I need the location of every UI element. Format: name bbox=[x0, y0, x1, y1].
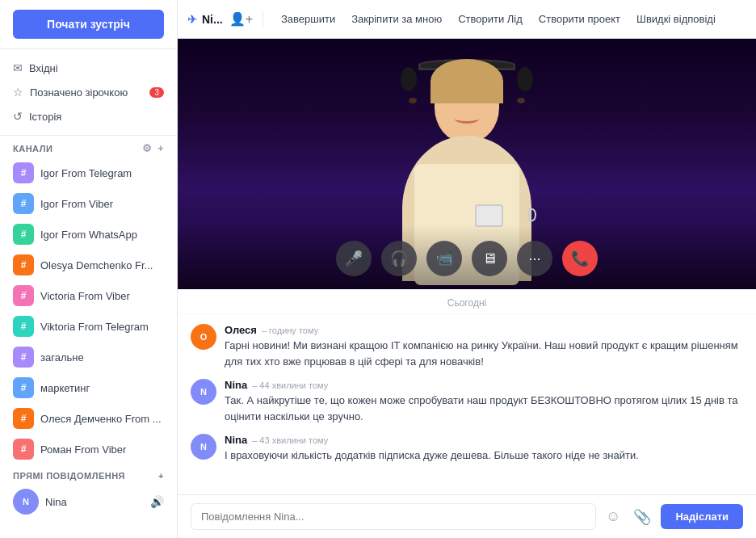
message-avatar: О bbox=[191, 324, 216, 350]
sidebar-channel-item[interactable]: # Igor From WhatsApp bbox=[0, 219, 177, 250]
topbar-add-user-icon[interactable]: 👤+ bbox=[229, 11, 253, 27]
message-author: Nina bbox=[225, 434, 247, 446]
add-channel-icon[interactable]: + bbox=[158, 142, 164, 154]
message-header: Nina – 44 хвилини тому bbox=[225, 379, 743, 391]
channel-avatar: # bbox=[13, 316, 34, 337]
message-text: Так. А найкрутіше те, що кожен може спро… bbox=[225, 393, 743, 424]
sidebar-item-starred[interactable]: ☆ Позначено зірочкою 3 bbox=[0, 80, 177, 104]
sidebar-channel-item[interactable]: # Олеся Демченко From ... bbox=[0, 403, 177, 434]
topbar-action-button[interactable]: Створити проект bbox=[531, 8, 628, 30]
message-header: Nina – 43 хвилини тому bbox=[225, 434, 743, 446]
message-text: І враховуючи кількість додатків підписка… bbox=[225, 448, 743, 464]
channel-avatar: # bbox=[13, 254, 34, 275]
start-meeting-button[interactable]: Почати зустріч bbox=[13, 10, 164, 39]
sidebar-navigation: ✉ Вхідні ☆ Позначено зірочкою 3 ↺ Історі… bbox=[0, 49, 177, 136]
video-control-1[interactable]: 🎧 bbox=[381, 241, 417, 276]
sidebar-channel-item[interactable]: # маркетинг bbox=[0, 372, 177, 403]
inbox-label: Вхідні bbox=[29, 62, 58, 74]
video-control-2[interactable]: 📹 bbox=[426, 241, 462, 276]
topbar-divider bbox=[262, 11, 263, 27]
dm-avatar: N bbox=[13, 489, 39, 515]
channel-name: Olesya Demchenko Fr... bbox=[40, 259, 153, 271]
channel-name: Роман From Viber bbox=[40, 443, 126, 456]
channel-name: загальне bbox=[40, 351, 84, 364]
channel-avatar: # bbox=[13, 224, 34, 245]
sidebar-channel-item[interactable]: # Igor From Telegram bbox=[0, 158, 177, 188]
dm-name: Nina bbox=[45, 496, 144, 508]
message-avatar: N bbox=[191, 379, 216, 405]
message-time: – годину тому bbox=[262, 326, 318, 335]
chat-message: О Олеся – годину тому Гарні новини! Ми в… bbox=[191, 324, 743, 369]
attach-button[interactable]: 📎 bbox=[630, 505, 654, 529]
chat-message: N Nina – 43 хвилини тому І враховуючи кі… bbox=[191, 434, 743, 464]
send-button[interactable]: Надіслати bbox=[661, 504, 743, 529]
chat-message: N Nina – 44 хвилини тому Так. А найкруті… bbox=[191, 379, 743, 424]
channel-name: Igor From WhatsApp bbox=[40, 229, 137, 241]
sidebar-item-history[interactable]: ↺ Історія bbox=[0, 104, 177, 128]
video-control-3[interactable]: 🖥 bbox=[472, 241, 507, 276]
topbar-channel: ✈ Ni... bbox=[187, 13, 223, 26]
channel-name: Igor From Telegram bbox=[40, 167, 132, 179]
message-content: Nina – 43 хвилини тому І враховуючи кіль… bbox=[225, 434, 743, 464]
history-label: Історія bbox=[29, 111, 61, 123]
channel-avatar: # bbox=[13, 439, 34, 460]
sidebar-channel-item[interactable]: # Роман From Viber bbox=[0, 434, 177, 464]
topbar-action-button[interactable]: Закріпити за мною bbox=[343, 8, 450, 30]
chat-messages: О Олеся – годину тому Гарні новини! Ми в… bbox=[178, 317, 756, 494]
settings-icon[interactable]: ⚙ bbox=[142, 142, 153, 154]
video-control-4[interactable]: ··· bbox=[517, 241, 552, 276]
chat-date-divider: Сьогодні bbox=[178, 289, 756, 314]
starred-label: Позначено зірочкою bbox=[30, 86, 128, 99]
channel-name: Олеся Демченко From ... bbox=[40, 413, 162, 425]
sidebar-top: Почати зустріч bbox=[0, 0, 177, 49]
channels-section-header: КАНАЛИ ⚙ + bbox=[0, 136, 177, 158]
starred-badge: 3 bbox=[149, 87, 164, 98]
message-author: Nina bbox=[225, 379, 247, 391]
channel-avatar: # bbox=[13, 408, 34, 429]
video-controls: 🎤🎧📹🖥···📞 bbox=[336, 241, 598, 276]
topbar-actions: ЗавершитиЗакріпити за мноюСтворити ЛідСт… bbox=[273, 8, 724, 30]
chat-area: Сьогодні О Олеся – годину тому Гарні нов… bbox=[178, 289, 756, 538]
sidebar: Почати зустріч ✉ Вхідні ☆ Позначено зіро… bbox=[0, 0, 178, 538]
sidebar-channel-item[interactable]: # Olesya Demchenko Fr... bbox=[0, 250, 177, 280]
sidebar-channel-item[interactable]: # Victoria From Viber bbox=[0, 280, 177, 311]
channel-name: Viktoria From Telegram bbox=[40, 321, 149, 333]
topbar-action-button[interactable]: Створити Лід bbox=[450, 8, 531, 30]
topbar-action-button[interactable]: Швидкі відповіді bbox=[628, 8, 724, 30]
channels-list: # Igor From Telegram # Igor From Viber #… bbox=[0, 158, 177, 464]
channel-avatar: # bbox=[13, 347, 34, 368]
channel-avatar: # bbox=[13, 162, 34, 183]
speaker-icon: 🔊 bbox=[150, 495, 164, 508]
dm-section-header: ПРЯМІ ПОВІДОМЛЕННЯ + bbox=[0, 464, 177, 484]
message-text: Гарні новини! Ми визнані кращою IT компа… bbox=[225, 338, 743, 369]
chat-input[interactable] bbox=[191, 503, 596, 530]
add-dm-icon[interactable]: + bbox=[158, 471, 164, 481]
star-icon: ☆ bbox=[13, 86, 23, 99]
sidebar-dm-item[interactable]: N Nina 🔊 bbox=[0, 484, 177, 519]
sidebar-item-inbox[interactable]: ✉ Вхідні bbox=[0, 56, 177, 80]
channel-name: Victoria From Viber bbox=[40, 290, 130, 302]
channel-name: Igor From Viber bbox=[40, 198, 113, 210]
dm-section-label: ПРЯМІ ПОВІДОМЛЕННЯ bbox=[13, 471, 125, 481]
channels-section-actions[interactable]: ⚙ + bbox=[142, 142, 164, 154]
inbox-icon: ✉ bbox=[13, 61, 23, 74]
video-control-0[interactable]: 🎤 bbox=[336, 241, 372, 276]
history-icon: ↺ bbox=[13, 110, 23, 123]
chat-input-bar: ☺ 📎 Надіслати bbox=[178, 494, 756, 538]
channel-avatar: # bbox=[13, 193, 34, 214]
topbar-channel-name: Ni... bbox=[202, 13, 223, 26]
emoji-button[interactable]: ☺ bbox=[603, 505, 624, 528]
plane-icon: ✈ bbox=[187, 13, 197, 26]
message-time: – 43 хвилини тому bbox=[252, 435, 328, 445]
main-content: ✈ Ni... 👤+ ЗавершитиЗакріпити за мноюСтв… bbox=[178, 0, 756, 538]
dm-list: N Nina 🔊 bbox=[0, 484, 177, 519]
video-area: 🎤🎧📹🖥···📞 bbox=[178, 39, 756, 289]
topbar-action-button[interactable]: Завершити bbox=[273, 8, 343, 30]
sidebar-channel-item[interactable]: # Igor From Viber bbox=[0, 188, 177, 219]
sidebar-channel-item[interactable]: # Viktoria From Telegram bbox=[0, 311, 177, 342]
end-call-button[interactable]: 📞 bbox=[562, 241, 598, 276]
message-content: Олеся – годину тому Гарні новини! Ми виз… bbox=[225, 324, 743, 369]
channel-avatar: # bbox=[13, 285, 34, 306]
sidebar-channel-item[interactable]: # загальне bbox=[0, 342, 177, 372]
channel-avatar: # bbox=[13, 377, 34, 398]
